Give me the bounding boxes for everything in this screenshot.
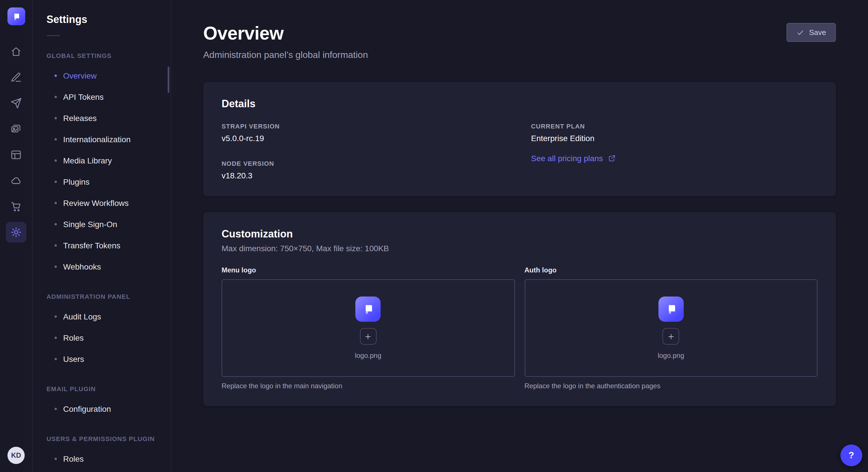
bullet-icon xyxy=(55,202,57,204)
sidebar-item-admin-users[interactable]: Users xyxy=(33,348,170,369)
strapi-logo-icon xyxy=(11,11,21,22)
sidebar-item-audit-logs[interactable]: Audit Logs xyxy=(33,306,170,327)
logo-uploads: Menu logo xyxy=(222,266,817,390)
sidebar-item-up-roles[interactable]: Roles xyxy=(33,448,170,469)
strapi-version-value: v5.0.0-rc.19 xyxy=(222,134,508,143)
save-button[interactable]: Save xyxy=(787,23,836,42)
strapi-version-label: STRAPI VERSION xyxy=(222,123,508,130)
menu-logo-preview xyxy=(355,297,381,322)
sidebar-item-transfer-tokens[interactable]: Transfer Tokens xyxy=(33,235,170,256)
sidebar-item-email-configuration[interactable]: Configuration xyxy=(33,398,170,419)
strapi-logo-icon xyxy=(664,302,678,316)
sidebar-item-label: Internationalization xyxy=(63,134,131,144)
app-root: KD Settings GLOBAL SETTINGS Overview API… xyxy=(0,0,868,472)
sidebar-item-label: Users xyxy=(63,354,84,363)
sidebar-item-label: Single Sign-On xyxy=(63,220,117,229)
strapi-logo[interactable] xyxy=(7,7,25,25)
page-subtitle: Administration panel’s global informatio… xyxy=(203,50,368,60)
avatar[interactable]: KD xyxy=(7,447,25,464)
sidebar-item-internationalization[interactable]: Internationalization xyxy=(33,129,170,150)
content-type-builder-icon[interactable] xyxy=(6,144,26,165)
current-plan-value: Enterprise Edition xyxy=(531,134,817,143)
sidebar-item-label: Roles xyxy=(63,454,84,463)
external-link-icon xyxy=(608,154,616,162)
bullet-icon xyxy=(55,315,57,317)
content-manager-icon[interactable] xyxy=(6,67,26,88)
bullet-icon xyxy=(55,244,57,246)
sidebar-item-api-tokens[interactable]: API Tokens xyxy=(33,86,170,107)
email-plugin-list: Configuration xyxy=(33,398,170,419)
menu-logo-label: Menu logo xyxy=(222,266,515,274)
sidebar-item-label: Plugins xyxy=(63,177,90,186)
sidebar-item-label: Audit Logs xyxy=(63,312,101,321)
pricing-plans-link-label: See all pricing plans xyxy=(531,154,603,163)
sidebar-item-label: Overview xyxy=(63,71,97,80)
scrollbar-thumb[interactable] xyxy=(167,67,169,93)
bullet-icon xyxy=(55,96,57,98)
main-content: Overview Administration panel’s global i… xyxy=(171,0,868,472)
sidebar-item-label: Transfer Tokens xyxy=(63,241,120,250)
menu-logo-caption: Replace the logo in the main navigation xyxy=(222,382,515,390)
node-version-field: NODE VERSION v18.20.3 xyxy=(222,160,508,180)
sidebar-item-plugins[interactable]: Plugins xyxy=(33,171,170,192)
sidebar-item-label: API Tokens xyxy=(63,92,104,101)
section-label-administration-panel: ADMINISTRATION PANEL xyxy=(46,293,157,300)
pricing-plans-link[interactable]: See all pricing plans xyxy=(531,154,616,163)
sidebar-item-releases[interactable]: Releases xyxy=(33,107,170,129)
media-library-icon[interactable] xyxy=(6,119,26,139)
details-right-column: CURRENT PLAN Enterprise Edition See all … xyxy=(531,123,817,180)
releases-icon[interactable] xyxy=(6,93,26,113)
menu-logo-filename: logo.png xyxy=(355,351,381,360)
auth-logo-dropzone[interactable]: logo.png xyxy=(524,279,817,377)
menu-logo-add-button[interactable] xyxy=(360,328,377,345)
sidebar-item-overview[interactable]: Overview xyxy=(33,65,170,86)
users-permissions-list: Roles Providers xyxy=(33,448,170,472)
node-version-value: v18.20.3 xyxy=(222,171,508,180)
sidebar-item-media-library[interactable]: Media Library xyxy=(33,150,170,171)
sidebar-title: Settings xyxy=(46,14,170,26)
cloud-icon[interactable] xyxy=(6,170,26,191)
auth-logo-add-button[interactable] xyxy=(663,328,679,345)
check-icon xyxy=(797,28,805,36)
sidebar-item-label: Configuration xyxy=(63,404,111,413)
bullet-icon xyxy=(55,223,57,225)
strapi-logo-icon xyxy=(361,302,375,316)
settings-icon[interactable] xyxy=(6,222,26,243)
auth-logo-preview xyxy=(658,297,684,322)
menu-logo-dropzone[interactable]: logo.png xyxy=(222,279,515,377)
details-left-column: STRAPI VERSION v5.0.0-rc.19 NODE VERSION… xyxy=(222,123,508,180)
sidebar-item-admin-roles[interactable]: Roles xyxy=(33,327,170,348)
administration-panel-list: Audit Logs Roles Users xyxy=(33,306,170,369)
marketplace-icon[interactable] xyxy=(6,196,26,217)
auth-logo-caption: Replace the logo in the authentication p… xyxy=(524,382,817,390)
current-plan-label: CURRENT PLAN xyxy=(531,123,817,130)
section-label-email-plugin: EMAIL PLUGIN xyxy=(46,385,157,392)
sidebar-item-review-workflows[interactable]: Review Workflows xyxy=(33,192,170,213)
page-title: Overview xyxy=(203,23,368,44)
sidebar-item-single-sign-on[interactable]: Single Sign-On xyxy=(33,213,170,235)
sidebar-item-webhooks[interactable]: Webhooks xyxy=(33,256,170,277)
page-header: Overview Administration panel’s global i… xyxy=(203,23,836,60)
bullet-icon xyxy=(55,138,57,140)
settings-sidebar: Settings GLOBAL SETTINGS Overview API To… xyxy=(33,0,171,472)
home-icon[interactable] xyxy=(6,41,26,62)
rail-icon-list xyxy=(6,41,26,243)
save-button-label: Save xyxy=(809,28,826,37)
sidebar-item-up-providers[interactable]: Providers xyxy=(33,469,170,472)
bullet-icon xyxy=(55,117,57,119)
section-label-users-permissions-plugin: USERS & PERMISSIONS PLUGIN xyxy=(46,435,157,442)
details-card: Details STRAPI VERSION v5.0.0-rc.19 NODE… xyxy=(203,82,836,196)
sidebar-item-label: Review Workflows xyxy=(63,198,129,207)
bullet-icon xyxy=(55,458,57,460)
sidebar-item-label: Media Library xyxy=(63,156,112,165)
bullet-icon xyxy=(55,74,57,76)
main-nav-rail: KD xyxy=(0,0,33,472)
plus-icon xyxy=(364,332,372,340)
bullet-icon xyxy=(55,407,57,410)
strapi-version-field: STRAPI VERSION v5.0.0-rc.19 xyxy=(222,123,508,143)
auth-logo-label: Auth logo xyxy=(524,266,817,274)
customization-card-title: Customization xyxy=(222,228,817,240)
bullet-icon xyxy=(55,336,57,339)
plus-icon xyxy=(667,332,675,340)
help-button[interactable]: ? xyxy=(840,444,862,466)
